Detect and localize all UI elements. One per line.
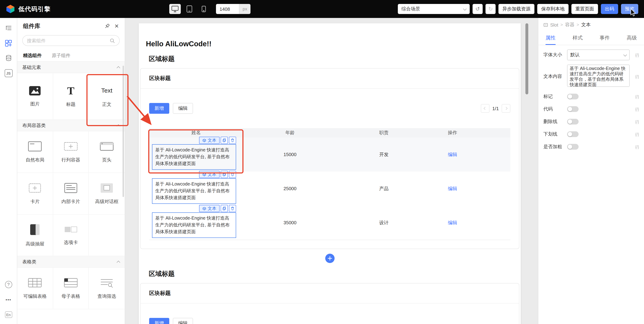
component-item-tab-card[interactable]: 选项卡 [53,215,89,256]
section-basic-elements[interactable]: 基础元素 [17,62,125,73]
breadcrumb-slot[interactable]: Slot [550,22,558,27]
add-button[interactable]: 新增 [149,103,169,114]
font-size-field: 字体大小 默认 {/} [544,49,639,60]
component-tag[interactable]: 文本 [199,171,220,178]
component-item-query-filter[interactable]: 查询筛选 [89,268,125,309]
app-logo [6,4,15,14]
canvas-scrollbar[interactable] [526,23,528,94]
bind-variable-icon[interactable]: {/} [630,145,639,149]
breadcrumb-text[interactable]: 文本 [581,21,591,28]
bind-variable-icon[interactable]: {/} [630,94,639,99]
chevron-up-icon [116,66,120,70]
bind-variable-icon[interactable]: {/} [630,53,639,57]
device-desktop-icon[interactable] [169,4,181,14]
bold-toggle[interactable] [567,144,578,150]
cell-duty: 产品 [337,185,431,192]
close-icon[interactable]: ✕ [114,23,119,29]
row-edit-link[interactable]: 编辑 [448,152,457,157]
tab-properties[interactable]: 属性 [546,31,556,45]
delete-icon[interactable] [229,137,236,144]
tab-featured-components[interactable]: 精选组件 [23,52,42,59]
table-toolbar: 新增 编辑 1/1 [149,103,510,114]
device-tablet-icon[interactable] [184,4,195,14]
component-tag[interactable]: 文本 [199,205,220,212]
delete-icon[interactable] [229,205,236,212]
tab-atomic-components[interactable]: 原子组件 [52,52,70,59]
component-item-editable-table[interactable]: 可编辑表格 [17,268,53,309]
strikethrough-toggle[interactable] [567,119,578,125]
async-load-button[interactable]: 异步加载资源 [498,4,534,14]
edit-button[interactable]: 编辑 [173,318,193,324]
bind-variable-icon[interactable]: {/} [630,120,639,124]
scenario-select[interactable]: 综合场景 [398,4,470,14]
text-content-input[interactable]: 基于 Ali-Lowcode-Engine 快速打造高生产力的低代码研发平台，基… [567,65,630,87]
delete-icon[interactable] [229,171,236,178]
export-code-button[interactable]: 出码 [601,4,618,14]
copy-icon[interactable] [221,205,228,212]
bind-variable-icon[interactable]: {/} [630,132,639,136]
page-title: Hello AliLowCode!! [139,23,521,48]
component-item-adv-drawer[interactable]: 高级抽屉 [17,215,53,256]
component-item-card[interactable]: 卡片 [17,173,53,215]
section-tables[interactable]: 表格类 [17,256,125,268]
component-item-page-header[interactable]: 页头 [89,131,125,173]
copy-icon[interactable] [221,171,228,178]
plus-icon [328,256,332,261]
more-actions-icon[interactable]: ⋯ [4,295,14,305]
save-local-button[interactable]: 保存到本地 [537,4,568,14]
component-grid-tables: 可编辑表格 母子表格 查询筛选 [17,268,125,309]
copy-icon[interactable] [221,137,228,144]
search-input[interactable] [27,38,110,43]
component-item-image[interactable]: 图片 [17,73,53,120]
datasource-icon[interactable] [4,53,14,63]
language-toggle[interactable]: En [4,310,14,320]
chevron-down-icon [623,53,627,56]
js-panel-icon[interactable]: JS [4,68,14,78]
component-item-nested-table[interactable]: 母子表格 [53,268,89,309]
edit-button[interactable]: 编辑 [173,103,193,114]
device-phone-icon[interactable] [198,4,210,14]
row-edit-link[interactable]: 编辑 [448,186,457,191]
component-library-icon[interactable] [4,38,14,48]
add-component-button[interactable] [325,254,334,263]
component-item-natural-layout[interactable]: 自然布局 [17,131,53,173]
text-component-selected[interactable]: 文本 基于 Ali-Lo [152,144,236,170]
next-page-button[interactable] [502,104,510,113]
block-card-1: 区块标题 新增 编辑 1/1 姓名 [140,68,519,249]
redo-button[interactable]: ↻ [486,4,496,14]
tab-advanced[interactable]: 高级 [627,31,637,45]
component-item-row-container[interactable]: 行列容器 [53,131,89,173]
design-page[interactable]: Hello AliLowCode!! 区域标题 区块标题 新增 编辑 1/1 [139,23,521,324]
help-icon[interactable]: ? [4,280,14,290]
component-item-text[interactable]: Text 正文 [89,73,125,120]
text-component-selected[interactable]: 文本 基于 Ali-Lo [152,178,236,204]
breadcrumb-container[interactable]: 容器 [565,21,574,28]
underline-toggle[interactable] [567,131,578,137]
component-cube-icon [202,138,206,142]
add-button[interactable]: 新增 [149,318,169,324]
tab-events[interactable]: 事件 [600,31,610,45]
preview-button[interactable]: 预览 [621,4,638,14]
bind-variable-icon[interactable]: {/} [630,74,639,79]
font-size-select[interactable]: 默认 [567,49,630,60]
component-item-inner-card[interactable]: 内部卡片 [53,173,89,215]
undo-button[interactable]: ↺ [472,4,483,14]
code-toggle-field: 代码 {/} [544,105,639,113]
mark-toggle[interactable] [567,94,578,99]
canvas-width-input[interactable] [216,4,239,14]
outline-tree-icon[interactable] [4,23,14,33]
pin-icon[interactable] [104,23,110,29]
row-edit-link[interactable]: 编辑 [448,220,457,225]
text-component-selected[interactable]: 文本 基于 Ali-Lo [152,212,236,238]
nested-table-icon [64,277,78,288]
reset-page-button[interactable]: 重置页面 [572,4,598,14]
tab-style[interactable]: 样式 [573,31,583,45]
prev-page-button[interactable] [481,104,490,113]
component-item-heading[interactable]: T 标题 [53,73,89,120]
section-layout-containers[interactable]: 布局容器类 [17,120,125,131]
panel-scrollbar[interactable] [122,66,124,197]
component-item-adv-dialog[interactable]: 高级对话框 [89,173,125,215]
code-toggle[interactable] [567,106,578,112]
bind-variable-icon[interactable]: {/} [630,107,639,111]
component-tag[interactable]: 文本 [199,137,220,144]
